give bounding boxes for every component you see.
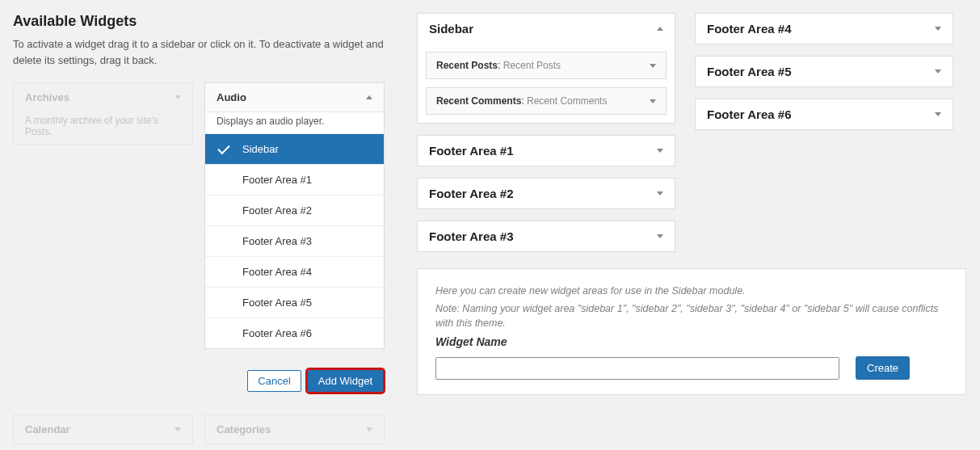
- available-widget-archives[interactable]: Archives A monthly archive of your site'…: [13, 82, 193, 145]
- chevron-down-icon: [935, 27, 941, 31]
- available-widgets-description: To activate a widget drag it to a sideba…: [13, 36, 385, 68]
- create-description-1: Here you can create new widget areas for…: [435, 284, 948, 298]
- widget-label: Audio: [217, 91, 246, 103]
- widget-area-title: Footer Area #3: [429, 229, 513, 243]
- chevron-down-icon: [657, 149, 663, 153]
- create-description-2: Note: Naming your widget area "sidebar 1…: [435, 301, 948, 330]
- available-widget-calendar[interactable]: Calendar: [13, 414, 193, 444]
- widget-area-sidebar: Sidebar Recent Posts: Recent Posts Recen…: [417, 13, 675, 124]
- widget-label: Calendar: [25, 423, 70, 435]
- widget-name-input[interactable]: [435, 357, 839, 380]
- chevron-down-icon: [935, 69, 941, 74]
- widget-area-footer-3: Footer Area #3: [417, 221, 675, 252]
- widget-area-title: Footer Area #2: [429, 187, 513, 200]
- widget-hint: A monthly archive of your site's Posts.: [14, 111, 192, 144]
- placement-option-sidebar[interactable]: Sidebar: [205, 134, 384, 165]
- available-widgets-heading: Available Widgets: [13, 13, 385, 30]
- available-widget-categories[interactable]: Categories: [204, 414, 385, 444]
- chevron-down-icon: [175, 95, 181, 99]
- widget-area-toggle[interactable]: Footer Area #2: [418, 179, 675, 208]
- chevron-down-icon: [366, 427, 372, 431]
- placed-widget-label: Recent Comments: Recent Comments: [436, 95, 607, 107]
- placement-option-footer-3[interactable]: Footer Area #3: [205, 226, 384, 257]
- widget-area-title: Sidebar: [429, 22, 473, 36]
- widget-area-title: Footer Area #4: [707, 22, 791, 36]
- widget-label: Archives: [25, 91, 69, 103]
- chevron-down-icon: [650, 64, 656, 68]
- chevron-down-icon: [650, 99, 656, 103]
- placement-option-footer-1[interactable]: Footer Area #1: [205, 165, 384, 196]
- widget-label: Categories: [217, 423, 271, 435]
- widget-area-footer-2: Footer Area #2: [417, 178, 675, 209]
- create-button[interactable]: Create: [856, 356, 910, 380]
- placement-list: Sidebar Footer Area #1 Footer Area #2 Fo…: [205, 133, 384, 348]
- placement-option-footer-2[interactable]: Footer Area #2: [205, 196, 384, 226]
- create-label: Widget Name: [435, 335, 948, 348]
- cancel-button[interactable]: Cancel: [247, 370, 301, 392]
- placement-option-footer-5[interactable]: Footer Area #5: [205, 288, 384, 318]
- widget-area-footer-6: Footer Area #6: [695, 99, 953, 130]
- placed-widget-recent-posts[interactable]: Recent Posts: Recent Posts: [426, 52, 667, 79]
- widget-area-footer-5: Footer Area #5: [695, 56, 953, 87]
- add-widget-button[interactable]: Add Widget: [308, 370, 383, 392]
- chevron-up-icon: [657, 27, 663, 31]
- widget-area-title: Footer Area #1: [429, 144, 513, 158]
- placed-widget-label: Recent Posts: Recent Posts: [436, 60, 561, 71]
- placement-option-footer-4[interactable]: Footer Area #4: [205, 257, 384, 288]
- placement-option-footer-6[interactable]: Footer Area #6: [205, 318, 384, 348]
- widget-area-toggle[interactable]: Footer Area #5: [696, 57, 953, 86]
- chevron-down-icon: [657, 234, 663, 238]
- widget-area-footer-4: Footer Area #4: [695, 13, 953, 44]
- widget-area-toggle[interactable]: Footer Area #4: [696, 14, 953, 44]
- widget-area-footer-1: Footer Area #1: [417, 135, 675, 166]
- widget-hint: Displays an audio player.: [205, 112, 384, 133]
- chevron-up-icon: [366, 95, 372, 99]
- create-widget-area-panel: Here you can create new widget areas for…: [417, 268, 966, 395]
- placed-widget-recent-comments[interactable]: Recent Comments: Recent Comments: [426, 87, 667, 115]
- widget-area-toggle[interactable]: Footer Area #3: [418, 221, 675, 251]
- chevron-down-icon: [175, 427, 181, 431]
- chevron-down-icon: [657, 191, 663, 196]
- widget-area-toggle[interactable]: Footer Area #6: [696, 99, 953, 129]
- widget-area-title: Footer Area #6: [707, 107, 791, 121]
- widget-area-toggle[interactable]: Sidebar: [418, 14, 675, 44]
- chevron-down-icon: [935, 112, 941, 116]
- widget-area-toggle[interactable]: Footer Area #1: [418, 136, 675, 166]
- available-widget-audio[interactable]: Audio Displays an audio player. Sidebar …: [204, 82, 385, 349]
- widget-area-title: Footer Area #5: [707, 65, 791, 78]
